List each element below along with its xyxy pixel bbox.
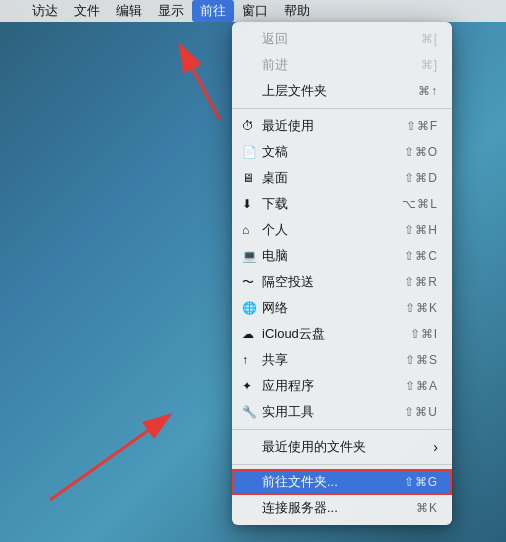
menu-edit[interactable]: 编辑	[108, 0, 150, 22]
svg-line-1	[180, 45, 220, 120]
menu-item-airdrop[interactable]: 〜 隔空投送 ⇧⌘R	[232, 269, 452, 295]
applications-icon: ✦	[242, 376, 252, 396]
menu-item-enclosing-shortcut: ⌘↑	[418, 81, 438, 101]
menu-item-desktop-label: 桌面	[262, 168, 288, 188]
menu-item-utilities[interactable]: 🔧 实用工具 ⇧⌘U	[232, 399, 452, 425]
menu-item-forward-shortcut: ⌘]	[421, 55, 438, 75]
menu-item-network-shortcut: ⇧⌘K	[405, 298, 438, 318]
menu-item-documents-label: 文稿	[262, 142, 288, 162]
svg-line-3	[50, 415, 170, 500]
menu-item-connect-label: 连接服务器...	[262, 498, 338, 518]
menubar: 访达 文件 编辑 显示 前往 窗口 帮助	[0, 0, 506, 22]
go-menu-dropdown: 返回 ⌘[ 前进 ⌘] 上层文件夹 ⌘↑ ⏱ 最近使用 ⇧⌘F 📄 文稿 ⇧⌘O…	[232, 22, 452, 525]
menu-file[interactable]: 文件	[66, 0, 108, 22]
menu-item-goto-folder-shortcut: ⇧⌘G	[404, 472, 438, 492]
menu-item-recent-folders-label: 最近使用的文件夹	[262, 437, 366, 457]
menu-item-airdrop-shortcut: ⇧⌘R	[404, 272, 438, 292]
utilities-icon: 🔧	[242, 402, 257, 422]
menu-item-home-shortcut: ⇧⌘H	[404, 220, 438, 240]
menu-item-forward-label: 前进	[262, 55, 288, 75]
menu-item-computer[interactable]: 💻 电脑 ⇧⌘C	[232, 243, 452, 269]
desktop-icon: 🖥	[242, 168, 254, 188]
menu-item-back[interactable]: 返回 ⌘[	[232, 26, 452, 52]
menu-item-shared-label: 共享	[262, 350, 288, 370]
menu-item-back-label: 返回	[262, 29, 288, 49]
menu-item-enclosing-label: 上层文件夹	[262, 81, 327, 101]
menu-item-shared-shortcut: ⇧⌘S	[405, 350, 438, 370]
menu-item-home[interactable]: ⌂ 个人 ⇧⌘H	[232, 217, 452, 243]
menu-item-back-shortcut: ⌘[	[421, 29, 438, 49]
menu-item-downloads-label: 下载	[262, 194, 288, 214]
menu-item-recent-shortcut: ⇧⌘F	[406, 116, 438, 136]
menu-item-utilities-shortcut: ⇧⌘U	[404, 402, 438, 422]
menu-item-goto-folder-label: 前往文件夹...	[262, 472, 338, 492]
menu-item-documents-shortcut: ⇧⌘O	[404, 142, 438, 162]
menu-item-recent[interactable]: ⏱ 最近使用 ⇧⌘F	[232, 113, 452, 139]
menu-item-recent-label: 最近使用	[262, 116, 314, 136]
menu-item-network[interactable]: 🌐 网络 ⇧⌘K	[232, 295, 452, 321]
menu-item-airdrop-label: 隔空投送	[262, 272, 314, 292]
separator-3	[232, 464, 452, 465]
menu-item-downloads[interactable]: ⬇ 下载 ⌥⌘L	[232, 191, 452, 217]
menu-item-enclosing[interactable]: 上层文件夹 ⌘↑	[232, 78, 452, 104]
menu-finder[interactable]: 访达	[24, 0, 66, 22]
menu-item-utilities-label: 实用工具	[262, 402, 314, 422]
desktop: 访达 文件 编辑 显示 前往 窗口 帮助 返回 ⌘[ 前进 ⌘] 上层文件夹 ⌘…	[0, 0, 506, 542]
menu-item-icloud-label: iCloud云盘	[262, 324, 325, 344]
shared-icon: ↑	[242, 350, 248, 370]
menu-go[interactable]: 前往	[192, 0, 234, 22]
arrow-top-indicator	[80, 30, 240, 130]
menu-item-computer-shortcut: ⇧⌘C	[404, 246, 438, 266]
menu-item-documents[interactable]: 📄 文稿 ⇧⌘O	[232, 139, 452, 165]
menu-item-icloud[interactable]: ☁ iCloud云盘 ⇧⌘I	[232, 321, 452, 347]
menu-item-applications[interactable]: ✦ 应用程序 ⇧⌘A	[232, 373, 452, 399]
menu-window[interactable]: 窗口	[234, 0, 276, 22]
separator-2	[232, 429, 452, 430]
airdrop-icon: 〜	[242, 272, 254, 292]
menu-item-forward[interactable]: 前进 ⌘]	[232, 52, 452, 78]
menu-item-recent-folders[interactable]: 最近使用的文件夹	[232, 434, 452, 460]
menu-item-shared[interactable]: ↑ 共享 ⇧⌘S	[232, 347, 452, 373]
computer-icon: 💻	[242, 246, 257, 266]
documents-icon: 📄	[242, 142, 257, 162]
menu-view[interactable]: 显示	[150, 0, 192, 22]
menu-item-icloud-shortcut: ⇧⌘I	[410, 324, 438, 344]
menu-help[interactable]: 帮助	[276, 0, 318, 22]
icloud-icon: ☁	[242, 324, 254, 344]
menu-item-downloads-shortcut: ⌥⌘L	[402, 194, 438, 214]
separator-1	[232, 108, 452, 109]
network-icon: 🌐	[242, 298, 257, 318]
menu-item-connect-shortcut: ⌘K	[416, 498, 438, 518]
menu-item-applications-shortcut: ⇧⌘A	[405, 376, 438, 396]
menu-item-applications-label: 应用程序	[262, 376, 314, 396]
menu-item-home-label: 个人	[262, 220, 288, 240]
menu-item-goto-folder[interactable]: 前往文件夹... ⇧⌘G	[232, 469, 452, 495]
menu-item-computer-label: 电脑	[262, 246, 288, 266]
menu-item-network-label: 网络	[262, 298, 288, 318]
home-icon: ⌂	[242, 220, 249, 240]
menu-item-desktop[interactable]: 🖥 桌面 ⇧⌘D	[232, 165, 452, 191]
menu-item-desktop-shortcut: ⇧⌘D	[404, 168, 438, 188]
recent-icon: ⏱	[242, 116, 254, 136]
menu-item-connect[interactable]: 连接服务器... ⌘K	[232, 495, 452, 521]
downloads-icon: ⬇	[242, 194, 252, 214]
arrow-bottom-indicator	[30, 390, 230, 510]
